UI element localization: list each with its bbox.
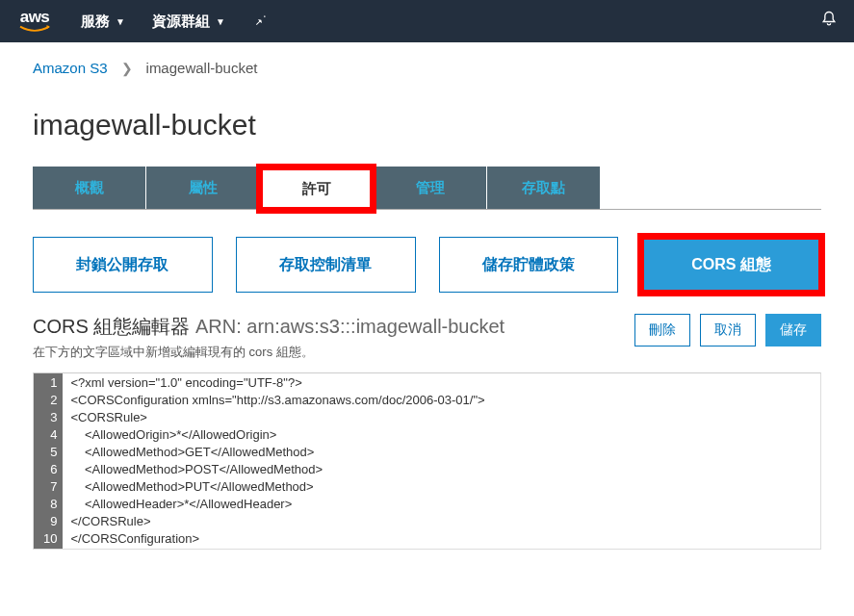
subtab-block-public-access[interactable]: 封鎖公開存取 [33, 237, 213, 293]
editor-header: CORS 組態編輯器 ARN: arn:aws:s3:::imagewall-b… [33, 314, 821, 361]
breadcrumb-root[interactable]: Amazon S3 [33, 60, 108, 76]
subtab-acl[interactable]: 存取控制清單 [236, 237, 416, 293]
editor-actions: 刪除 取消 儲存 [634, 314, 821, 346]
save-button[interactable]: 儲存 [765, 314, 821, 346]
pin-icon[interactable] [252, 12, 268, 31]
tab-bar: 概觀 屬性 許可 管理 存取點 [33, 167, 821, 210]
cancel-button[interactable]: 取消 [700, 314, 756, 346]
tab-permissions[interactable]: 許可 [260, 167, 373, 210]
subtab-bucket-policy[interactable]: 儲存貯體政策 [439, 237, 619, 293]
editor-code[interactable]: <?xml version="1.0" encoding="UTF-8"?><C… [63, 373, 492, 549]
editor-title: CORS 組態編輯器 [33, 316, 190, 337]
editor-arn-label: ARN: [195, 316, 242, 337]
subtab-cors[interactable]: CORS 組態 [641, 237, 821, 293]
nav-resource-groups[interactable]: 資源群組 ▼ [152, 13, 225, 31]
editor-subtitle: 在下方的文字區域中新增或編輯現有的 cors 組態。 [33, 344, 615, 361]
chevron-down-icon: ▼ [216, 16, 225, 27]
bell-icon[interactable] [819, 10, 839, 33]
nav-services[interactable]: 服務 ▼ [81, 13, 125, 31]
chevron-right-icon: ❯ [121, 61, 133, 76]
page-title: imagewall-bucket [33, 109, 821, 141]
nav-services-label: 服務 [81, 13, 110, 31]
nav-resource-groups-label: 資源群組 [152, 13, 210, 31]
delete-button[interactable]: 刪除 [634, 314, 690, 346]
top-nav: aws 服務 ▼ 資源群組 ▼ [0, 0, 854, 42]
breadcrumb-current: imagewall-bucket [146, 60, 258, 76]
editor-arn: arn:aws:s3:::imagewall-bucket [246, 316, 505, 337]
aws-swoosh-icon [15, 25, 54, 35]
tab-management[interactable]: 管理 [374, 167, 486, 209]
editor-gutter: 12345678910 [34, 373, 63, 549]
chevron-down-icon: ▼ [116, 16, 125, 27]
breadcrumb: Amazon S3 ❯ imagewall-bucket [33, 60, 821, 76]
aws-logo-text: aws [20, 8, 50, 27]
page-content: Amazon S3 ❯ imagewall-bucket imagewall-b… [0, 42, 854, 550]
tab-overview[interactable]: 概觀 [33, 167, 145, 209]
editor-title-line: CORS 組態編輯器 ARN: arn:aws:s3:::imagewall-b… [33, 314, 615, 340]
permission-sub-tabs: 封鎖公開存取 存取控制清單 儲存貯體政策 CORS 組態 [33, 210, 821, 314]
tab-properties[interactable]: 屬性 [146, 167, 259, 209]
tab-access-points[interactable]: 存取點 [487, 167, 600, 209]
aws-logo[interactable]: aws [15, 8, 54, 35]
cors-code-editor[interactable]: 12345678910 <?xml version="1.0" encoding… [33, 372, 821, 550]
